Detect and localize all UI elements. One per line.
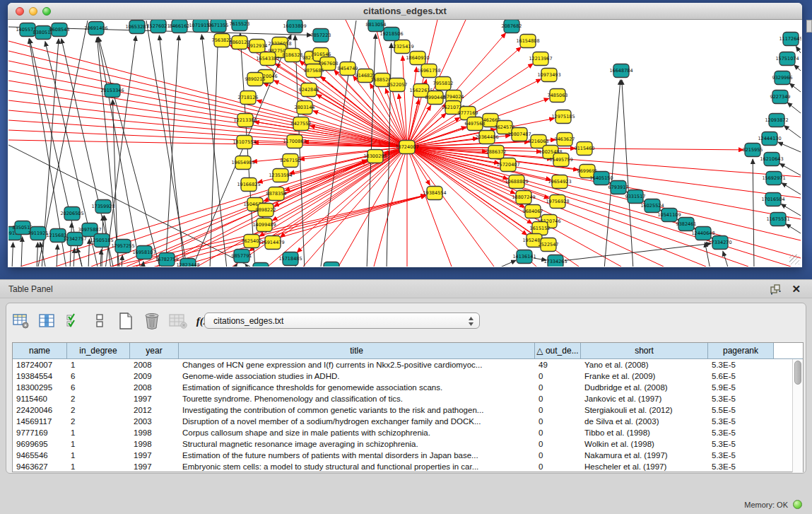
- scrollbar-thumb[interactable]: [794, 361, 801, 385]
- column-header-year[interactable]: year: [130, 343, 179, 358]
- table-row[interactable]: 969969511998Structural magnetic resonanc…: [13, 438, 803, 450]
- table-row[interactable]: 946362711997Embryonic stem cells: a mode…: [13, 461, 803, 472]
- graph-edge[interactable]: [782, 183, 801, 194]
- table-selector-dropdown[interactable]: citations_edges.txt: [204, 313, 480, 329]
- table-panel-titlebar[interactable]: Table Panel ✕: [0, 279, 812, 298]
- float-panel-icon[interactable]: [770, 284, 781, 295]
- table-row[interactable]: 977716911998Corpus callosum shape and si…: [13, 427, 803, 438]
- graph-node[interactable]: 8912934: [247, 40, 268, 53]
- graph-edge[interactable]: [407, 147, 801, 258]
- graph-edge[interactable]: [12, 243, 13, 267]
- graph-edge[interactable]: [753, 159, 754, 267]
- graph-node[interactable]: 20206505: [60, 207, 83, 221]
- graph-edge[interactable]: [565, 243, 711, 260]
- graph-node[interactable]: 17359928: [91, 200, 114, 214]
- table-row[interactable]: 946554611997Estimation of the future num…: [13, 450, 803, 461]
- graph-edge[interactable]: [711, 238, 712, 238]
- memory-status-icon[interactable]: [793, 500, 802, 509]
- table-mode-icon[interactable]: [12, 312, 30, 330]
- graph-node[interactable]: 9875685: [304, 64, 324, 78]
- graph-node[interactable]: 9890215: [245, 73, 266, 86]
- graph-node[interactable]: 14136141: [512, 250, 536, 264]
- graph-edge[interactable]: [789, 83, 801, 92]
- graph-edge[interactable]: [705, 243, 710, 267]
- graph-edge[interactable]: [73, 248, 74, 267]
- graph-node[interactable]: 7955812: [433, 77, 454, 90]
- graph-node[interactable]: 12213389: [233, 114, 257, 127]
- graph-edge[interactable]: [407, 67, 416, 147]
- graph-node[interactable]: 18107554: [233, 136, 256, 149]
- network-graph[interactable]: 1872400718300295193845547563822886012889…: [8, 20, 801, 267]
- graph-node[interactable]: 10653287: [125, 21, 148, 34]
- graph-node[interactable]: 16033809: [283, 20, 306, 33]
- graph-edge[interactable]: [77, 248, 83, 267]
- graph-node[interactable]: 9382461: [676, 218, 697, 231]
- graph-node[interactable]: 9463110: [322, 262, 342, 267]
- graph-node[interactable]: 9115460: [575, 142, 595, 156]
- graph-edge[interactable]: [407, 147, 494, 267]
- graph-node[interactable]: 12823448: [176, 259, 199, 267]
- table-row[interactable]: 1456911722003Disruption of a novel membe…: [13, 416, 803, 427]
- close-panel-icon[interactable]: ✕: [792, 283, 801, 296]
- table-row[interactable]: 1938455462009Genome-wide association stu…: [13, 370, 803, 382]
- graph-node[interactable]: 17334265: [543, 255, 567, 267]
- graph-node[interactable]: 9242848: [299, 83, 319, 97]
- graph-edge[interactable]: [626, 192, 627, 192]
- graph-node[interactable]: 19166825: [237, 178, 260, 192]
- column-header-pagerank[interactable]: pagerank: [708, 343, 774, 358]
- graph-edge[interactable]: [122, 255, 122, 267]
- column-header-name[interactable]: name: [13, 343, 67, 358]
- graph-node[interactable]: 17957255: [111, 240, 134, 253]
- graph-edge[interactable]: [21, 237, 23, 267]
- graph-edge[interactable]: [694, 228, 695, 229]
- graph-edge[interactable]: [622, 80, 633, 267]
- select-columns-icon[interactable]: [64, 312, 83, 330]
- graph-node[interactable]: 2522547: [539, 238, 559, 252]
- graph-node[interactable]: 9331517: [625, 190, 646, 204]
- graph-node[interactable]: 1615152: [530, 222, 551, 235]
- column-header-short[interactable]: short: [581, 343, 708, 358]
- graph-node[interactable]: 12444130: [758, 132, 781, 146]
- graph-node[interactable]: 9898222: [256, 204, 276, 217]
- column-header-out_degree[interactable]: △ out_de...: [535, 343, 581, 358]
- graph-edge[interactable]: [677, 219, 678, 220]
- graph-node[interactable]: 20153346: [100, 84, 124, 98]
- row-height-icon[interactable]: [90, 312, 109, 330]
- graph-node[interactable]: 9329966: [772, 71, 793, 85]
- graph-node[interactable]: 19654923: [548, 175, 571, 189]
- graph-node[interactable]: 9227349: [770, 90, 791, 104]
- graph-node[interactable]: 3911921: [28, 227, 49, 240]
- graph-node[interactable]: 12093872: [765, 114, 788, 127]
- graph-node[interactable]: 8878354: [266, 187, 287, 201]
- graph-edge[interactable]: [784, 126, 801, 138]
- graph-node[interactable]: 16154808: [516, 35, 539, 48]
- graph-node[interactable]: 9684067: [523, 205, 543, 218]
- column-header-title[interactable]: title: [179, 343, 535, 358]
- graph-node[interactable]: 7615523: [230, 20, 250, 31]
- graph-node[interactable]: 12213967: [529, 52, 552, 66]
- graph-node[interactable]: 18640910: [406, 52, 429, 65]
- table-row[interactable]: 1872400712008Changes of HCN gene express…: [13, 359, 803, 370]
- graph-node[interactable]: 8427552: [291, 117, 312, 131]
- show-column-icon[interactable]: [38, 312, 57, 330]
- graph-node[interactable]: 11700863: [283, 135, 306, 148]
- graph-edge[interactable]: [98, 37, 141, 267]
- delete-table-icon[interactable]: [143, 312, 161, 330]
- graph-edge[interactable]: [796, 47, 801, 53]
- graph-node[interactable]: 19384554: [423, 187, 446, 200]
- graph-node[interactable]: 2718126: [238, 91, 259, 105]
- graph-node[interactable]: 8466162: [170, 20, 190, 33]
- graph-node[interactable]: 9608543: [49, 23, 70, 37]
- graph-edge[interactable]: [37, 243, 37, 267]
- graph-node[interactable]: 8522057: [387, 78, 408, 92]
- graph-node[interactable]: 15751074: [775, 52, 799, 66]
- graph-edge[interactable]: [787, 103, 801, 113]
- graph-node[interactable]: 16782759: [155, 253, 178, 267]
- graph-edge[interactable]: [660, 210, 661, 211]
- graph-node[interactable]: 20691406: [84, 22, 107, 35]
- graph-node[interactable]: 8813054: [366, 20, 387, 32]
- graph-edge[interactable]: [317, 95, 407, 147]
- table-row[interactable]: 2242004622012Investigating the contribut…: [13, 404, 803, 416]
- network-canvas[interactable]: 1872400718300295193845547563822886012889…: [8, 20, 801, 267]
- column-header-in_degree[interactable]: in_degree: [67, 343, 130, 358]
